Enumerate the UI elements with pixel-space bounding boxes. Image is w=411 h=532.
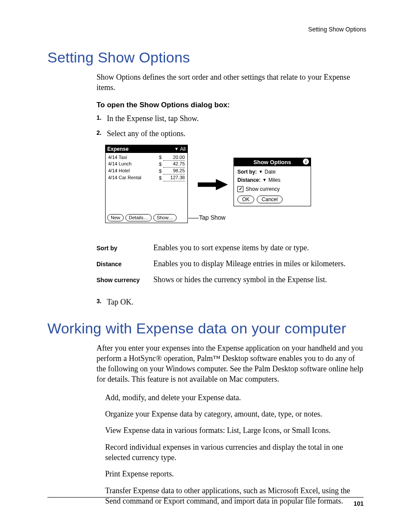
def-term: Distance <box>97 256 153 272</box>
category-selector[interactable]: ▼ All <box>174 146 186 152</box>
definitions-table: Sort by Enables you to sort expense item… <box>97 240 351 288</box>
info-icon[interactable]: i <box>303 159 309 165</box>
sortby-label: Sort by: <box>237 169 257 175</box>
currency-symbol: $ <box>159 161 162 168</box>
def-text: Shows or hides the currency symbol in th… <box>153 272 351 288</box>
feature-item: Add, modify, and delete your Expense dat… <box>105 392 366 403</box>
step-3: 3.Tap OK. <box>97 296 366 308</box>
feature-item: Organize your Expense data by category, … <box>105 409 366 419</box>
def-text: Enables you to display Mileage entries i… <box>153 256 351 272</box>
section-heading-show-options: Setting Show Options <box>47 49 366 66</box>
sortby-value[interactable]: Date <box>265 169 275 175</box>
expense-titlebar: Expense ▼ All <box>106 145 187 153</box>
show-currency-checkbox[interactable]: ✓ Show currency <box>237 186 280 192</box>
currency-symbol: $ <box>159 168 162 174</box>
show-currency-label: Show currency <box>246 186 280 192</box>
figure-expense-show-options: Expense ▼ All 4/14 Taxi $20.00 4/14 Lunc… <box>105 145 366 229</box>
intro-paragraph: Show Options defines the sort order and … <box>97 72 366 93</box>
def-row-currency: Show currency Shows or hides the currenc… <box>97 272 351 288</box>
dialog-titlebar: Show Options i <box>234 158 311 166</box>
expense-row-left: 4/14 Taxi <box>108 154 127 161</box>
step-text: In the Expense list, tap Show. <box>107 114 199 123</box>
callout-tap-show: Tap Show <box>199 214 225 221</box>
expense-rows: 4/14 Taxi $20.00 4/14 Lunch $42.75 4/14 … <box>106 153 187 183</box>
ok-button[interactable]: OK <box>237 196 254 203</box>
step-number: 3. <box>97 297 102 306</box>
details-button[interactable]: Details… <box>125 214 152 221</box>
expense-row[interactable]: 4/14 Car Rental $127.38 <box>108 174 185 181</box>
expense-row-left: 4/14 Lunch <box>108 161 131 168</box>
distance-label: Distance: <box>237 177 261 183</box>
show-options-dialog: Show Options i Sort by: ▼ Date Distance:… <box>234 158 311 206</box>
step-text: Tap OK. <box>107 298 134 306</box>
running-header: Setting Show Options <box>47 26 366 33</box>
feature-item: Print Expense reports. <box>105 469 366 479</box>
currency-symbol: $ <box>159 154 162 161</box>
footer-rule <box>47 497 364 498</box>
feature-item: Record individual expenses in various cu… <box>105 442 366 463</box>
expense-row-left: 4/14 Car Rental <box>108 174 141 181</box>
def-term: Sort by <box>97 240 153 256</box>
step-number: 1. <box>97 113 102 122</box>
expense-amount[interactable]: 20.00 <box>163 154 185 161</box>
distance-row: Distance: ▼ Miles <box>237 177 307 183</box>
show-button[interactable]: Show… <box>153 214 177 221</box>
new-button[interactable]: New <box>107 214 124 221</box>
page-number: 101 <box>354 500 364 507</box>
def-row-sortby: Sort by Enables you to sort expense item… <box>97 240 351 256</box>
expense-list-screenshot: Expense ▼ All 4/14 Taxi $20.00 4/14 Lunc… <box>105 145 188 223</box>
expense-amount[interactable]: 98.25 <box>163 168 185 174</box>
expense-row[interactable]: 4/14 Hotel $98.25 <box>108 168 185 174</box>
def-term: Show currency <box>97 272 153 288</box>
dropdown-triangle-icon[interactable]: ▼ <box>258 169 263 174</box>
expense-amount[interactable]: 42.75 <box>163 161 185 168</box>
arrow-icon <box>198 179 228 190</box>
expense-title: Expense <box>107 146 128 152</box>
expense-amount[interactable]: 127.38 <box>163 174 185 181</box>
section2-intro: After you enter your expenses into the E… <box>97 343 366 385</box>
section-heading-expense-data: Working with Expense data on your comput… <box>47 320 366 337</box>
feature-item: View Expense data in various formats: Li… <box>105 425 366 436</box>
callout-leader-line <box>188 218 199 218</box>
expense-row[interactable]: 4/14 Lunch $42.75 <box>108 161 185 168</box>
step-number: 2. <box>97 128 102 137</box>
step-1: 1.In the Expense list, tap Show. <box>97 113 366 124</box>
category-label: All <box>180 146 186 152</box>
sortby-row: Sort by: ▼ Date <box>237 169 307 175</box>
checkbox-icon: ✓ <box>237 186 243 192</box>
step-2: 2.Select any of the options. <box>97 128 366 140</box>
procedure-subhead: To open the Show Options dialog box: <box>97 101 366 109</box>
def-text: Enables you to sort expense items by dat… <box>153 240 351 256</box>
step-text: Select any of the options. <box>107 129 185 138</box>
distance-value[interactable]: Miles <box>268 177 280 183</box>
dialog-title: Show Options <box>253 159 291 165</box>
currency-symbol: $ <box>159 175 162 181</box>
dropdown-triangle-icon: ▼ <box>174 146 179 151</box>
dropdown-triangle-icon[interactable]: ▼ <box>262 177 267 182</box>
expense-row-left: 4/14 Hotel <box>108 168 130 174</box>
def-row-distance: Distance Enables you to display Mileage … <box>97 256 351 272</box>
expense-row[interactable]: 4/14 Taxi $20.00 <box>108 154 185 161</box>
feature-item: Transfer Expense data to other applicati… <box>105 485 366 507</box>
cancel-button[interactable]: Cancel <box>257 196 282 203</box>
